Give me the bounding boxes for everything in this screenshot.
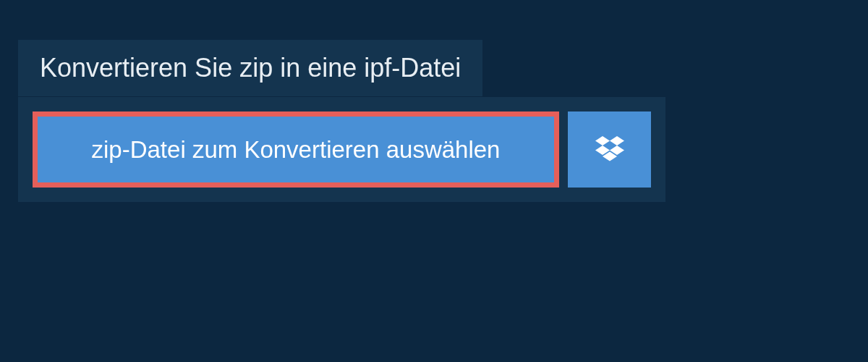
upload-panel: zip-Datei zum Konvertieren auswählen: [18, 97, 665, 202]
dropbox-button[interactable]: [568, 111, 651, 188]
select-file-label: zip-Datei zum Konvertieren auswählen: [92, 136, 501, 164]
dropbox-icon: [595, 136, 624, 164]
page-title: Konvertieren Sie zip in eine ipf-Datei: [40, 53, 461, 83]
header-tab: Konvertieren Sie zip in eine ipf-Datei: [18, 40, 482, 96]
select-file-button[interactable]: zip-Datei zum Konvertieren auswählen: [33, 111, 559, 188]
